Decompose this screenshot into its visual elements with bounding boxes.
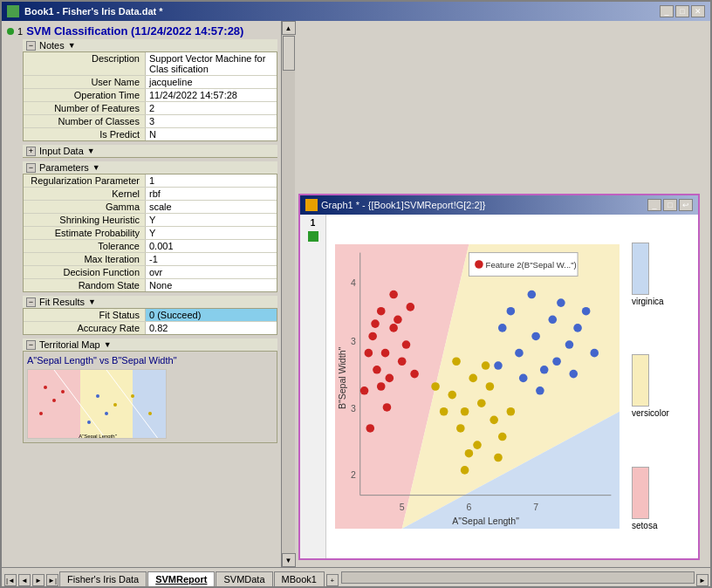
fit-results-header[interactable]: − Fit Results ▼ bbox=[23, 296, 277, 309]
value-gamma: scale bbox=[146, 201, 277, 213]
prop-randomstate: Random State None bbox=[24, 279, 277, 291]
tab-svmdata[interactable]: SVMData bbox=[216, 571, 272, 586]
tab-nav-prev[interactable]: ◄ bbox=[18, 574, 31, 586]
territorial-map-expand[interactable]: − bbox=[26, 340, 36, 350]
tab-scroll-right[interactable]: ► bbox=[696, 574, 709, 586]
graph-legend: virginica versicolor setosa bbox=[628, 215, 698, 558]
svg-point-82 bbox=[507, 407, 516, 416]
graph-restore-button[interactable]: ↩ bbox=[679, 199, 693, 211]
tab-scrollbar[interactable] bbox=[341, 571, 695, 584]
graph-window-buttons[interactable]: _ □ ↩ bbox=[647, 199, 693, 211]
input-data-header[interactable]: + Input Data ▼ bbox=[23, 145, 277, 158]
tab-bar: |◄ ◄ ► ►| Fisher's Iris Data SVMReport S… bbox=[2, 567, 710, 586]
minimize-button[interactable]: _ bbox=[660, 5, 674, 17]
map-description: A"Sepal Length" vs B"Sepal Width" bbox=[27, 355, 273, 366]
tab-mbook1[interactable]: MBook1 bbox=[274, 571, 325, 586]
territorial-map-dropdown[interactable]: ▼ bbox=[104, 340, 112, 349]
vertical-scrollbar[interactable]: ▲ ▼ bbox=[281, 21, 295, 567]
territorial-map-header[interactable]: − Territorial Map ▼ bbox=[23, 338, 277, 352]
value-kernel: rbf bbox=[146, 188, 277, 200]
prop-description: Description Support Vector Machine for C… bbox=[24, 52, 277, 76]
prop-accuracy: Accuracy Rate 0.82 bbox=[24, 322, 277, 334]
label-estprob: Estimate Probability bbox=[24, 227, 146, 239]
input-data-dropdown[interactable]: ▼ bbox=[87, 147, 95, 155]
value-ispredict: N bbox=[146, 128, 277, 140]
svg-text:4: 4 bbox=[351, 277, 356, 288]
graph-maximize-button[interactable]: □ bbox=[663, 199, 677, 211]
legend-setosa-label: setosa bbox=[632, 521, 695, 530]
parameters-body: Regularization Parameter 1 Kernel rbf Ga… bbox=[23, 174, 277, 292]
tab-nav-next[interactable]: ► bbox=[32, 574, 44, 586]
fit-results-expand[interactable]: − bbox=[26, 297, 36, 307]
svg-point-48 bbox=[360, 386, 369, 395]
svg-point-49 bbox=[410, 370, 419, 379]
label-ispredict: Is Predict bbox=[24, 128, 146, 140]
input-data-label: Input Data bbox=[39, 146, 84, 156]
close-button[interactable]: ✕ bbox=[691, 5, 705, 17]
scatter-plot-svg: 4 3 3 2 5 6 7 B"Sepal Width" A"Sepal Len… bbox=[335, 223, 620, 550]
svg-point-70 bbox=[469, 374, 477, 383]
app-icon bbox=[7, 5, 19, 17]
notes-expand[interactable]: − bbox=[26, 41, 36, 51]
value-decisionfunc: ovr bbox=[146, 266, 277, 278]
notes-label: Notes bbox=[39, 40, 65, 51]
tab-svmreport[interactable]: SVMReport bbox=[147, 571, 215, 586]
prop-shrinking: Shrinking Heuristic Y bbox=[24, 214, 277, 227]
svg-text:6: 6 bbox=[466, 502, 471, 512]
title-bar-buttons[interactable]: _ □ ✕ bbox=[660, 5, 705, 17]
svg-point-58 bbox=[557, 298, 565, 307]
value-accuracy: 0.82 bbox=[146, 322, 277, 334]
prop-decisionfunc: Decision Function ovr bbox=[24, 266, 277, 279]
notes-dropdown[interactable]: ▼ bbox=[68, 41, 76, 50]
parameters-dropdown[interactable]: ▼ bbox=[92, 163, 100, 172]
fit-results-dropdown[interactable]: ▼ bbox=[88, 297, 96, 306]
svg-point-40 bbox=[398, 357, 407, 366]
tab-add[interactable]: + bbox=[326, 574, 339, 586]
svg-point-72 bbox=[486, 382, 495, 391]
svg-point-76 bbox=[498, 433, 507, 441]
svg-point-6 bbox=[52, 399, 56, 402]
node-number: 1 bbox=[17, 26, 23, 37]
maximize-button[interactable]: □ bbox=[675, 5, 689, 17]
svg-point-51 bbox=[498, 324, 507, 332]
svg-point-8 bbox=[61, 390, 65, 393]
scroll-down-button[interactable]: ▼ bbox=[282, 553, 296, 567]
svg-point-57 bbox=[540, 366, 549, 374]
graph-sidebar: 1 bbox=[300, 215, 326, 558]
prop-maxiter: Max Iteration -1 bbox=[24, 253, 277, 266]
tab-nav-first[interactable]: |◄ bbox=[4, 574, 17, 586]
label-regparam: Regularization Parameter bbox=[24, 174, 146, 187]
notes-header[interactable]: − Notes ▼ bbox=[23, 39, 277, 52]
svg-point-75 bbox=[490, 416, 498, 425]
label-shrinking: Shrinking Heuristic bbox=[24, 214, 146, 226]
svg-text:A"Sepal Length": A"Sepal Length" bbox=[79, 434, 117, 439]
prop-kernel: Kernel rbf bbox=[24, 188, 277, 201]
scroll-up-button[interactable]: ▲ bbox=[282, 21, 296, 35]
svg-point-46 bbox=[371, 319, 380, 328]
svg-point-47 bbox=[383, 403, 392, 412]
label-randomstate: Random State bbox=[24, 279, 146, 291]
svg-point-50 bbox=[366, 424, 374, 433]
parameters-header[interactable]: − Parameters ▼ bbox=[23, 161, 277, 174]
svg-point-81 bbox=[431, 382, 440, 391]
scroll-thumb[interactable] bbox=[283, 36, 295, 71]
svg-point-39 bbox=[386, 374, 394, 383]
parameters-expand[interactable]: − bbox=[26, 163, 36, 173]
scroll-track[interactable] bbox=[282, 35, 295, 553]
input-data-expand[interactable]: + bbox=[26, 147, 36, 156]
mini-map-svg: A"Sepal Length" bbox=[28, 370, 167, 439]
prop-numfeatures: Number of Features 2 bbox=[24, 102, 277, 115]
svg-point-59 bbox=[573, 324, 582, 332]
territorial-map-section: − Territorial Map ▼ A"Sepal Length" vs B… bbox=[23, 338, 277, 443]
svg-text:3: 3 bbox=[351, 403, 356, 414]
svg-point-83 bbox=[494, 454, 503, 462]
parameters-section: − Parameters ▼ Regularization Parameter … bbox=[23, 161, 277, 292]
graph-minimize-button[interactable]: _ bbox=[647, 199, 661, 211]
tab-fishers-iris-data[interactable]: Fisher's Iris Data bbox=[59, 571, 147, 586]
graph-title: Graph1 * - {[Book1]SVMReport!G[2:2]} bbox=[321, 200, 485, 210]
prop-ispredict: Is Predict N bbox=[24, 128, 277, 140]
svm-title: SVM Classification (11/24/2022 14:57:28) bbox=[26, 24, 243, 38]
tab-nav-last[interactable]: ►| bbox=[46, 574, 58, 586]
legend-virginica: virginica bbox=[632, 243, 695, 306]
svg-point-13 bbox=[131, 394, 134, 398]
